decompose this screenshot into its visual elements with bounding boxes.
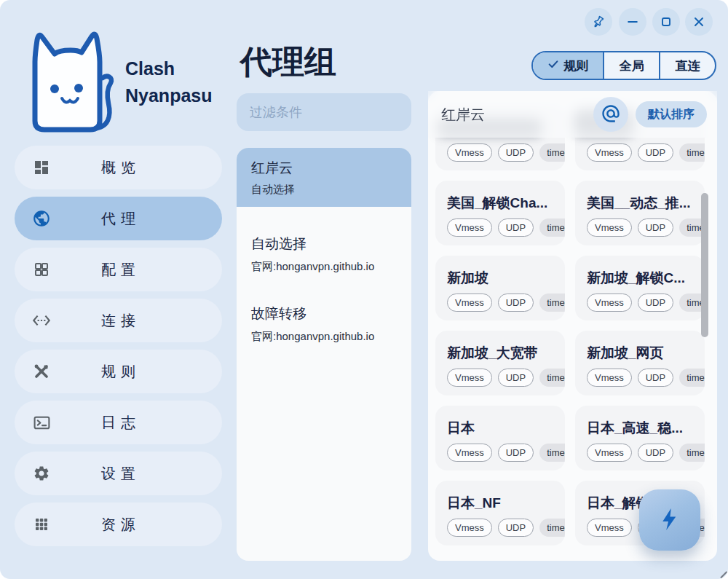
protocol-chip: Vmess: [447, 294, 492, 312]
proxy-panel-header: 红岸云 默认排序: [428, 91, 717, 138]
ethernet-icon: [32, 311, 51, 330]
proxy-name: 日本: [447, 419, 555, 436]
pin-button[interactable]: [585, 8, 612, 36]
sidebar-item-rules[interactable]: 规则: [15, 350, 222, 393]
udp-chip: UDP: [498, 143, 534, 162]
page-title: 代理组: [240, 41, 336, 84]
proxy-card[interactable]: 美国_解锁Cha... Vmess UDP timeout: [435, 181, 565, 245]
udp-chip: UDP: [638, 218, 673, 237]
sidebar-item-label: 概览: [96, 158, 141, 178]
maximize-icon: [659, 15, 673, 29]
udp-chip: UDP: [498, 519, 534, 537]
protocol-chip: Vmess: [447, 369, 492, 387]
chip-row: Vmess UDP timeout: [587, 143, 695, 162]
resize-grip[interactable]: [714, 565, 727, 578]
filter-input[interactable]: [237, 93, 411, 131]
sort-button[interactable]: 默认排序: [636, 101, 707, 127]
sidebar-item-label: 设置: [96, 464, 141, 484]
protocol-chip: Vmess: [587, 444, 632, 462]
close-button[interactable]: [685, 8, 713, 36]
chip-row: Vmess UDP timeout: [447, 519, 555, 537]
dashboard-icon: [32, 158, 51, 177]
lightning-icon: [657, 506, 683, 535]
sidebar-item-label: 连接: [96, 311, 141, 331]
mode-direct-label: 直连: [676, 58, 700, 74]
sidebar-item-proxies[interactable]: 代理: [15, 197, 222, 240]
cat-logo-icon: [18, 18, 124, 141]
proxy-card[interactable]: 美国__动态_推... Vmess UDP timeout: [575, 181, 705, 245]
proxy-card[interactable]: 新加坡 Vmess UDP timeout: [435, 256, 565, 320]
chip-row: Vmess UDP timeout: [447, 444, 555, 462]
proxy-card[interactable]: 日本_高速_稳... Vmess UDP timeout: [575, 406, 705, 470]
chip-row: Vmess UDP timeout: [447, 218, 555, 237]
sidebar-item-label: 资源: [96, 515, 141, 535]
mode-direct-button[interactable]: 直连: [659, 52, 715, 79]
udp-chip: UDP: [638, 444, 673, 462]
sidebar-item-logs[interactable]: 日志: [15, 401, 222, 444]
protocol-chip: Vmess: [447, 444, 492, 462]
sidebar: 概览 代理 配置 连接 规则: [15, 146, 222, 554]
chip-row: Vmess UDP timeout: [447, 143, 555, 162]
timeout-chip: timeout: [679, 143, 705, 162]
udp-chip: UDP: [638, 294, 673, 312]
build-icon: [32, 362, 51, 381]
protocol-chip: Vmess: [587, 369, 632, 387]
proxy-card[interactable]: 日本_NF Vmess UDP timeout: [435, 481, 565, 545]
globe-icon: [32, 209, 51, 228]
proxy-group-list: 红岸云 自动选择 自动选择 官网:honganvpn.github.io 故障转…: [237, 148, 411, 561]
sidebar-item-resources[interactable]: 资源: [15, 503, 222, 546]
panel-group-name: 红岸云: [441, 105, 485, 125]
mode-switch: 规则 全局 直连: [531, 51, 716, 80]
proxy-name: 新加坡_解锁C...: [587, 269, 695, 286]
group-name: 红岸云: [251, 159, 397, 178]
group-item[interactable]: 自动选择 官网:honganvpn.github.io: [237, 220, 411, 277]
proxy-name: 日本_高速_稳...: [587, 419, 695, 436]
group-name: 自动选择: [251, 235, 397, 253]
sidebar-item-profiles[interactable]: 配置: [15, 248, 222, 291]
udp-chip: UDP: [498, 444, 534, 462]
sidebar-item-connections[interactable]: 连接: [15, 299, 222, 342]
sidebar-item-label: 规则: [96, 362, 141, 382]
timeout-chip: timeout: [539, 143, 565, 162]
delay-test-button[interactable]: [593, 97, 628, 132]
chip-row: Vmess UDP timeout: [587, 218, 695, 237]
sidebar-item-label: 日志: [96, 413, 141, 433]
mode-global-button[interactable]: 全局: [603, 52, 659, 79]
minimize-icon: [625, 15, 640, 29]
protocol-chip: Vmess: [587, 294, 632, 312]
protocol-chip: Vmess: [587, 519, 632, 537]
quick-toggle-fab[interactable]: [639, 489, 700, 551]
proxy-card[interactable]: 新加坡_大宽带 Vmess UDP timeout: [435, 331, 565, 395]
mode-rule-label: 规则: [563, 58, 588, 74]
proxy-card[interactable]: 新加坡_解锁C... Vmess UDP timeout: [575, 256, 705, 320]
timeout-chip: timeout: [679, 444, 705, 462]
group-item-selected[interactable]: 红岸云 自动选择: [237, 148, 411, 207]
protocol-chip: Vmess: [447, 143, 492, 162]
udp-chip: UDP: [498, 369, 534, 387]
timeout-chip: timeout: [539, 294, 565, 312]
proxy-card-grid: Vmess UDP timeout Vmess UDP timeout 美国_解…: [435, 91, 705, 545]
mode-rule-button[interactable]: 规则: [533, 52, 603, 79]
proxy-card[interactable]: 日本 Vmess UDP timeout: [435, 406, 565, 470]
sidebar-item-overview[interactable]: 概览: [15, 146, 222, 189]
chip-row: Vmess UDP timeout: [447, 369, 555, 387]
timeout-chip: timeout: [539, 218, 565, 237]
maximize-button[interactable]: [652, 8, 680, 36]
close-icon: [692, 15, 706, 29]
group-item[interactable]: 故障转移 官网:honganvpn.github.io: [237, 290, 411, 347]
sidebar-item-label: 配置: [96, 260, 141, 280]
sidebar-item-settings[interactable]: 设置: [15, 452, 222, 495]
group-subtitle: 官网:honganvpn.github.io: [251, 260, 397, 274]
scrollbar-thumb[interactable]: [701, 193, 708, 337]
app-window: Clash Nyanpasu 概览 代理 配置 连接: [0, 0, 728, 579]
udp-chip: UDP: [498, 294, 534, 312]
timeout-chip: timeout: [539, 519, 565, 537]
chip-row: Vmess UDP timeout: [587, 294, 695, 312]
gear-icon: [32, 464, 51, 483]
at-sign-icon: [601, 103, 621, 126]
udp-chip: UDP: [638, 369, 673, 387]
chip-row: Vmess UDP timeout: [447, 294, 555, 312]
proxy-card[interactable]: 新加坡_网页 Vmess UDP timeout: [575, 331, 705, 395]
minimize-button[interactable]: [619, 8, 646, 36]
chip-row: Vmess UDP timeout: [587, 444, 695, 462]
